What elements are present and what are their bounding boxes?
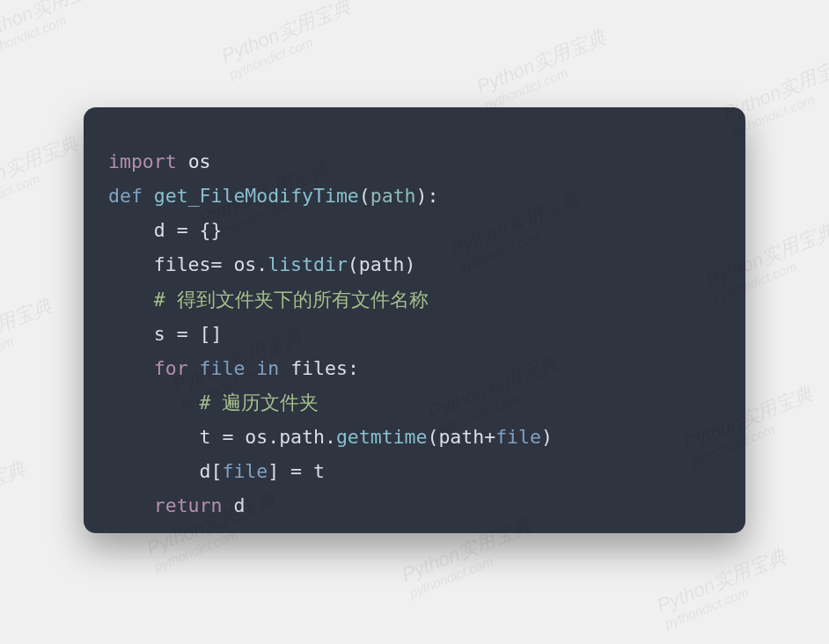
comment-1: # 得到文件夹下的所有文件名称 bbox=[154, 289, 429, 311]
kw-def: def bbox=[108, 185, 143, 207]
kw-for: for bbox=[154, 357, 188, 379]
code-card: import os def get_FileModifyTime(path): … bbox=[84, 107, 745, 533]
code-line-3: d = {} bbox=[108, 219, 222, 241]
code-line-6: s = [] bbox=[108, 323, 222, 345]
param-path: path bbox=[370, 185, 416, 207]
code-block: import os def get_FileModifyTime(path): … bbox=[108, 144, 721, 523]
function-name: get_FileModifyTime bbox=[154, 185, 359, 207]
comment-2: # 遍历文件夹 bbox=[200, 392, 319, 413]
kw-return: return bbox=[154, 494, 223, 516]
kw-import: import bbox=[108, 150, 177, 172]
module-os: os bbox=[188, 150, 211, 172]
code-line-4a: files= os. bbox=[108, 253, 268, 275]
